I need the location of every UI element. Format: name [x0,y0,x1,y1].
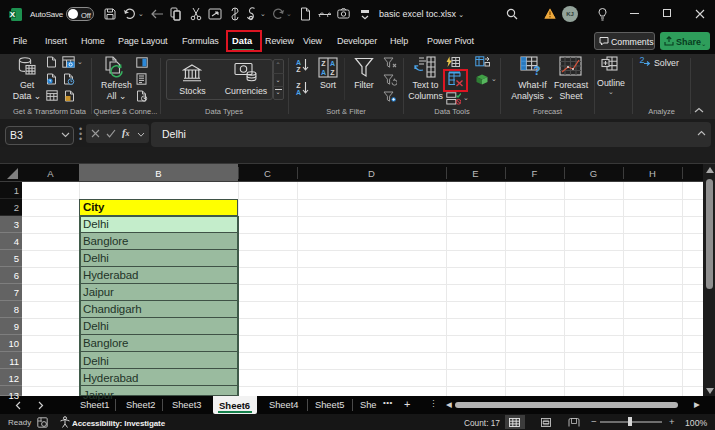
svg-text:X: X [10,10,16,19]
svg-text:2: 2 [639,55,644,65]
svg-text:Z: Z [321,60,326,67]
svg-text:A: A [296,89,301,96]
svg-text:A: A [296,59,301,66]
svg-text:Z: Z [330,69,335,76]
svg-text:Z: Z [296,82,301,89]
svg-text:A: A [330,60,335,67]
svg-text:Z: Z [296,66,301,73]
svg-text:A: A [321,69,326,76]
svg-text:?: ? [533,64,540,76]
